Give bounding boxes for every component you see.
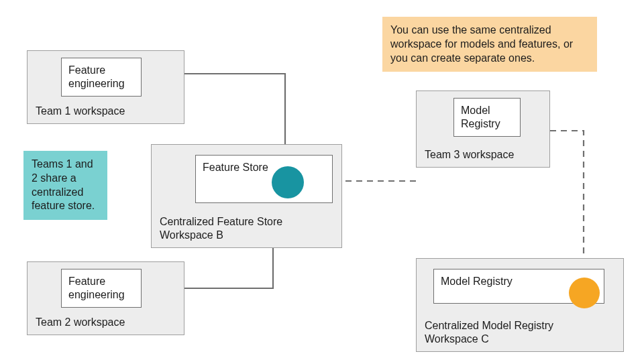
inner-feature-store: Feature Store: [195, 155, 333, 203]
inner-team2-feature-engineering: Feature engineering: [61, 269, 142, 308]
label-model-registry-workspace: Centralized Model Registry Workspace C: [425, 319, 553, 346]
callout-centralized-workspace-note: You can use the same centralized workspa…: [382, 17, 597, 72]
box-feature-store-workspace: Feature Store Centralized Feature Store …: [151, 144, 342, 248]
diagram-canvas: You can use the same centralized workspa…: [0, 0, 644, 362]
label-feature-store-workspace: Centralized Feature Store Workspace B: [160, 215, 282, 242]
label-team3-workspace: Team 3 workspace: [425, 148, 514, 162]
box-team2-workspace: Feature engineering Team 2 workspace: [27, 261, 184, 335]
arrow-team3-to-modelregistry: [550, 131, 584, 275]
label-team1-workspace: Team 1 workspace: [36, 105, 125, 118]
model-registry-circle-icon: [569, 278, 600, 308]
feature-store-circle-icon: [272, 166, 304, 198]
box-team3-workspace: Model Registry Team 3 workspace: [416, 90, 550, 168]
inner-team1-feature-engineering: Feature engineering: [61, 58, 142, 97]
label-team2-workspace: Team 2 workspace: [36, 316, 125, 329]
callout-shared-feature-store: Teams 1 and 2 share a centralized featur…: [23, 151, 107, 220]
inner-team3-model-registry: Model Registry: [453, 98, 521, 137]
box-team1-workspace: Feature engineering Team 1 workspace: [27, 50, 184, 124]
